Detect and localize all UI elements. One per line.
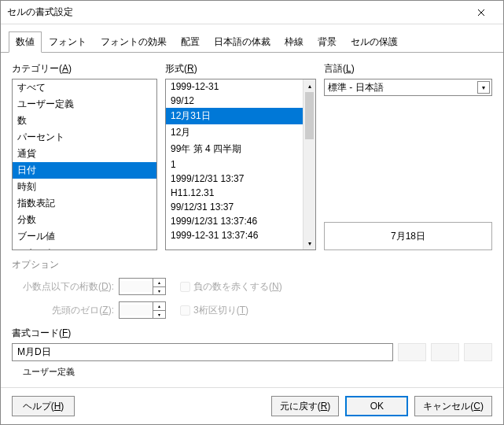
tab-3[interactable]: 配置 — [174, 31, 207, 53]
language-value: 標準 - 日本語 — [328, 81, 384, 94]
format-item[interactable]: H11.12.31 — [166, 186, 315, 200]
format-item[interactable]: 99/12/31 13:37 — [166, 200, 315, 214]
format-item[interactable]: 12月31日 — [166, 108, 315, 124]
note-icon-button[interactable] — [431, 343, 459, 361]
zeros-row: 先頭のゼロ(Z): ▴▾ 3桁区切り(T) — [12, 301, 492, 319]
category-listbox[interactable]: すべてユーザー定義数パーセント通貨日付時刻指数表記分数ブール値テキスト — [12, 79, 157, 250]
tab-6[interactable]: 背景 — [311, 31, 344, 53]
scroll-down-icon[interactable]: ▾ — [304, 237, 315, 249]
category-item[interactable]: 時刻 — [13, 179, 156, 195]
negative-red-input[interactable] — [180, 282, 190, 292]
window-title: セルの書式設定 — [7, 6, 465, 19]
close-icon — [477, 9, 485, 17]
preview-text: 7月18日 — [391, 230, 425, 243]
chevron-down-icon: ▾ — [477, 81, 490, 94]
content-area: カテゴリー(A) すべてユーザー定義数パーセント通貨日付時刻指数表記分数ブール値… — [1, 53, 503, 387]
check-icon-button[interactable] — [398, 343, 426, 361]
format-code-input[interactable] — [12, 343, 393, 361]
tab-7[interactable]: セルの保護 — [344, 31, 405, 53]
zeros-label: 先頭のゼロ(Z): — [12, 304, 114, 317]
format-item[interactable]: 1999/12/31 13:37:46 — [166, 214, 315, 228]
category-item[interactable]: 指数表記 — [13, 195, 156, 212]
tab-2[interactable]: フォントの効果 — [94, 31, 174, 53]
tab-bar: 数値フォントフォントの効果配置日本語の体裁枠線背景セルの保護 — [1, 24, 503, 53]
options-title: オプション — [12, 258, 492, 272]
format-item[interactable]: 1999-12-31 — [166, 79, 315, 94]
format-code-label: 書式コード(F) — [12, 327, 492, 340]
negative-red-checkbox[interactable]: 負の数を赤くする(N) — [180, 280, 282, 294]
format-scrollbar[interactable]: ▴ ▾ — [303, 79, 315, 249]
thousands-checkbox[interactable]: 3桁区切り(T) — [180, 304, 248, 317]
decimals-input[interactable] — [120, 281, 151, 292]
spin-up-icon[interactable]: ▴ — [153, 302, 165, 311]
category-item[interactable]: パーセント — [13, 129, 156, 146]
format-item[interactable]: 12月 — [166, 124, 315, 141]
category-item[interactable]: ユーザー定義 — [13, 96, 156, 113]
tab-0[interactable]: 数値 — [9, 31, 42, 53]
zeros-input[interactable] — [120, 305, 151, 316]
category-column: カテゴリー(A) すべてユーザー定義数パーセント通貨日付時刻指数表記分数ブール値… — [12, 62, 157, 250]
category-item[interactable]: 分数 — [13, 212, 156, 228]
decimals-spinner[interactable]: ▴▾ — [119, 278, 166, 295]
user-defined-label: ユーザー定義 — [12, 366, 492, 378]
scroll-up-icon[interactable]: ▴ — [304, 79, 315, 92]
delete-icon-button[interactable] — [464, 343, 492, 361]
spin-down-icon[interactable]: ▾ — [153, 311, 165, 319]
category-item[interactable]: ブール値 — [13, 228, 156, 245]
category-item[interactable]: 数 — [13, 113, 156, 129]
reset-button[interactable]: 元に戻す(R) — [271, 396, 340, 416]
format-item[interactable]: 99年 第 4 四半期 — [166, 141, 315, 157]
spin-up-icon[interactable]: ▴ — [153, 279, 165, 287]
format-code-row — [12, 343, 492, 361]
tab-1[interactable]: フォント — [42, 31, 94, 53]
ok-button[interactable]: OK — [345, 396, 408, 416]
category-item[interactable]: すべて — [13, 79, 156, 96]
format-item[interactable]: 1 — [166, 157, 315, 172]
category-item[interactable]: テキスト — [13, 245, 156, 250]
help-button[interactable]: ヘルプ(H) — [12, 396, 75, 416]
language-label: 言語(L) — [324, 62, 492, 76]
tab-4[interactable]: 日本語の体裁 — [207, 31, 278, 53]
titlebar: セルの書式設定 — [1, 1, 503, 24]
category-item[interactable]: 通貨 — [13, 146, 156, 162]
format-label: 形式(R) — [165, 62, 316, 76]
close-button[interactable] — [465, 2, 497, 24]
thousands-input[interactable] — [180, 305, 190, 316]
format-listbox[interactable]: 1999-12-3199/1212月31日12月99年 第 4 四半期11999… — [165, 79, 316, 250]
preview-box: 7月18日 — [324, 222, 492, 250]
negative-red-label: 負の数を赤くする(N) — [193, 280, 282, 294]
dialog-window: セルの書式設定 数値フォントフォントの効果配置日本語の体裁枠線背景セルの保護 カ… — [0, 0, 504, 425]
button-bar: ヘルプ(H) 元に戻す(R) OK キャンセル(C) — [1, 387, 503, 424]
decimals-label: 小数点以下の桁数(D): — [12, 280, 114, 294]
format-item[interactable]: 1999-12-31 13:37:46 — [166, 228, 315, 242]
cancel-button[interactable]: キャンセル(C) — [414, 396, 492, 416]
decimals-row: 小数点以下の桁数(D): ▴▾ 負の数を赤くする(N) — [12, 278, 492, 295]
format-item[interactable]: 99/12 — [166, 94, 315, 108]
scroll-thumb[interactable] — [305, 92, 314, 139]
language-column: 言語(L) 標準 - 日本語 ▾ 7月18日 — [324, 62, 492, 250]
format-item[interactable]: 1999/12/31 13:37 — [166, 172, 315, 186]
zeros-spinner[interactable]: ▴▾ — [119, 301, 166, 319]
spin-down-icon[interactable]: ▾ — [153, 287, 165, 295]
thousands-label: 3桁区切り(T) — [193, 304, 248, 317]
language-select[interactable]: 標準 - 日本語 ▾ — [324, 79, 492, 96]
format-column: 形式(R) 1999-12-3199/1212月31日12月99年 第 4 四半… — [165, 62, 316, 250]
options-section: オプション 小数点以下の桁数(D): ▴▾ 負の数を赤くする(N) 先頭のゼロ(… — [12, 258, 492, 319]
format-code-section: 書式コード(F) ユーザー定義 — [12, 327, 492, 378]
tab-5[interactable]: 枠線 — [278, 31, 311, 53]
top-row: カテゴリー(A) すべてユーザー定義数パーセント通貨日付時刻指数表記分数ブール値… — [12, 62, 492, 250]
category-label: カテゴリー(A) — [12, 62, 157, 76]
category-item[interactable]: 日付 — [13, 162, 156, 179]
